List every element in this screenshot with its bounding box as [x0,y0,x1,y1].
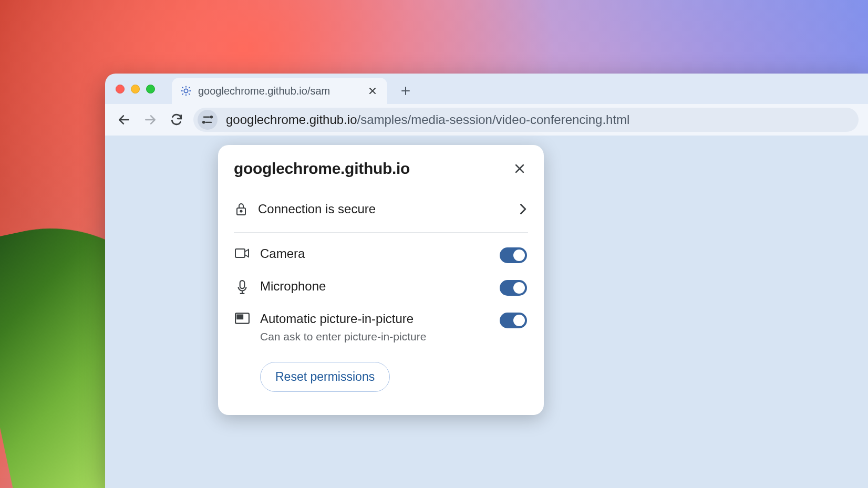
camera-toggle[interactable] [500,247,527,263]
permission-label: Automatic picture-in-picture [260,312,489,326]
permission-row-microphone: Microphone [234,265,528,298]
picture-in-picture-icon [235,312,250,324]
permission-subtitle: Can ask to enter picture-in-picture [260,330,489,343]
back-button[interactable] [115,110,133,129]
popup-title: googlechrome.github.io [234,160,410,178]
svg-rect-1 [203,117,210,118]
camera-icon [235,246,250,259]
window-zoom-button[interactable] [146,85,155,94]
permission-label: Microphone [260,279,489,294]
popup-close-button[interactable] [511,160,528,177]
window-minimize-button[interactable] [131,85,140,94]
svg-point-6 [240,210,242,212]
lock-icon [235,202,247,216]
tab-close-button[interactable] [366,85,379,97]
url-host: googlechrome.github.io [226,112,357,127]
site-info-popup: googlechrome.github.io Connection is sec… [218,145,544,415]
address-bar[interactable]: googlechrome.github.io/samples/media-ses… [193,108,859,132]
page-viewport: googlechrome.github.io Connection is sec… [105,136,868,488]
url-path: /samples/media-session/video-conferencin… [357,112,630,127]
window-close-button[interactable] [116,85,125,94]
svg-point-2 [210,116,213,119]
svg-rect-10 [237,315,243,319]
new-tab-button[interactable] [396,81,416,101]
reset-permissions-button[interactable]: Reset permissions [260,362,390,392]
browser-tab[interactable]: googlechrome.github.io/sam [172,78,387,104]
svg-point-4 [202,121,205,124]
pip-toggle[interactable] [500,313,527,328]
svg-point-0 [184,89,188,92]
tab-title: googlechrome.github.io/sam [198,85,360,97]
microphone-toggle[interactable] [500,280,527,296]
forward-button[interactable] [141,110,160,129]
browser-toolbar: googlechrome.github.io/samples/media-ses… [105,104,868,136]
svg-rect-8 [240,281,245,288]
site-info-button[interactable] [198,110,218,130]
window-traffic-lights [112,74,155,104]
connection-secure-row[interactable]: Connection is secure [234,193,528,233]
permission-row-camera: Camera [234,233,528,265]
permission-label: Camera [260,246,489,261]
reload-button[interactable] [167,110,186,129]
url-display: googlechrome.github.io/samples/media-ses… [226,112,629,127]
chevron-right-icon [519,203,527,215]
connection-secure-label: Connection is secure [258,202,508,216]
tab-strip: googlechrome.github.io/sam [105,74,868,104]
browser-window: googlechrome.github.io/sam googlechrome.… [105,74,868,488]
svg-rect-3 [205,122,212,123]
svg-rect-7 [235,249,245,257]
tab-favicon-icon [180,85,192,97]
microphone-icon [235,279,250,295]
permission-row-pip: Automatic picture-in-picture Can ask to … [234,298,528,345]
